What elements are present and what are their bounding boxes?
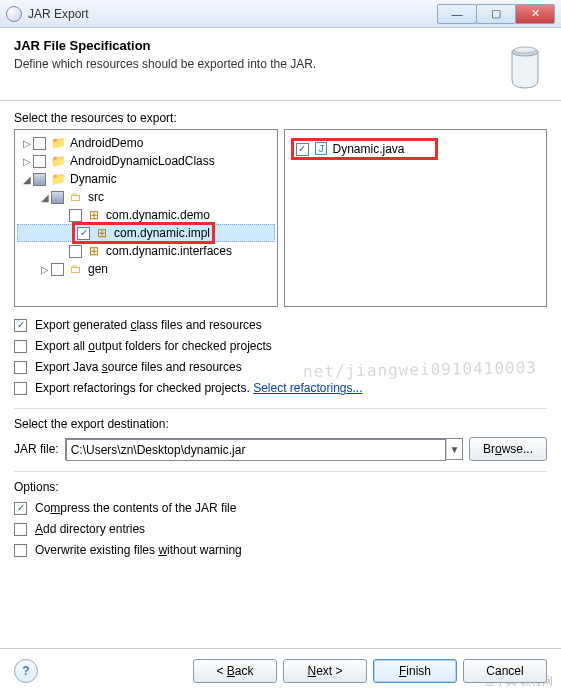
maximize-button[interactable]: ▢ (476, 4, 516, 24)
export-option[interactable]: Export refactorings for checked projects… (14, 378, 547, 398)
project-tree[interactable]: ▷📁AndroidDemo▷📁AndroidDynamicLoadClass◢📁… (14, 129, 278, 307)
project-icon: 📁 (50, 136, 66, 150)
expand-arrow-icon[interactable]: ▷ (21, 156, 33, 167)
svg-point-2 (514, 47, 536, 53)
file-label: Dynamic.java (333, 142, 405, 156)
export-option[interactable]: Export Java source files and resources (14, 357, 547, 377)
minimize-button[interactable]: — (437, 4, 477, 24)
page-subtitle: Define which resources should be exporte… (14, 57, 495, 71)
checkbox[interactable] (51, 191, 64, 204)
tree-row[interactable]: ▷📁AndroidDemo (15, 134, 277, 152)
package-icon: ⊞ (86, 208, 102, 222)
dialog-header: JAR File Specification Define which reso… (0, 28, 561, 101)
help-button[interactable]: ? (14, 659, 38, 683)
tree-row[interactable]: ◢🗀src (15, 188, 277, 206)
checkbox[interactable] (69, 245, 82, 258)
back-button[interactable]: < Back (193, 659, 277, 683)
checkbox[interactable]: ✓ (296, 143, 309, 156)
tree-label: AndroidDemo (70, 136, 143, 150)
checkbox[interactable] (14, 544, 27, 557)
tree-row[interactable]: ▷🗀gen (15, 260, 277, 278)
jar-file-input[interactable] (66, 439, 446, 461)
window-title: JAR Export (28, 6, 438, 21)
jar-icon (495, 38, 547, 90)
jar-file-combo[interactable]: ▼ (65, 438, 463, 460)
finish-button[interactable]: Finish (373, 659, 457, 683)
chevron-down-icon[interactable]: ▼ (446, 439, 462, 461)
highlight-box: ✓🄹Dynamic.java (291, 138, 438, 160)
expand-arrow-icon[interactable]: ◢ (39, 192, 51, 203)
window-titlebar: JAR Export — ▢ ✕ (0, 0, 561, 28)
option-label: Export generated class files and resourc… (35, 318, 262, 332)
checkbox[interactable] (51, 263, 64, 276)
option-label: Add directory entries (35, 522, 145, 536)
tree-label: gen (88, 262, 108, 276)
tree-label: AndroidDynamicLoadClass (70, 154, 215, 168)
option-label: Export all output folders for checked pr… (35, 339, 272, 353)
export-option[interactable]: ✓Export generated class files and resour… (14, 315, 547, 335)
tree-label: com.dynamic.demo (106, 208, 210, 222)
checkbox[interactable] (33, 137, 46, 150)
expand-arrow-icon[interactable]: ◢ (21, 174, 33, 185)
expand-arrow-icon[interactable]: ▷ (39, 264, 51, 275)
checkbox[interactable] (14, 523, 27, 536)
option-label: Export refactorings for checked projects… (35, 381, 363, 395)
checkbox[interactable] (33, 155, 46, 168)
destination-section-label: Select the export destination: (14, 417, 547, 431)
jar-file-label: JAR file: (14, 442, 59, 456)
tree-label: Dynamic (70, 172, 117, 186)
checkbox[interactable] (69, 209, 82, 222)
tree-label: src (88, 190, 104, 204)
checkbox[interactable] (14, 361, 27, 374)
highlight-box: ✓⊞com.dynamic.impl (72, 222, 215, 244)
next-button[interactable]: Next > (283, 659, 367, 683)
browse-button[interactable]: Browse... (469, 437, 547, 461)
java-file-icon: 🄹 (313, 142, 329, 156)
option-label: Compress the contents of the JAR file (35, 501, 236, 515)
package-icon: ⊞ (86, 244, 102, 258)
tree-row[interactable]: ✓⊞com.dynamic.impl (17, 224, 275, 242)
resources-label: Select the resources to export: (14, 111, 547, 125)
tree-row[interactable]: ⊞com.dynamic.interfaces (15, 242, 277, 260)
close-button[interactable]: ✕ (515, 4, 555, 24)
tree-label: com.dynamic.interfaces (106, 244, 232, 258)
app-icon (6, 6, 22, 22)
checkbox[interactable]: ✓ (14, 502, 27, 515)
wizard-footer: ? < Back Next > Finish Cancel (0, 648, 561, 693)
folder-icon: 🗀 (68, 262, 84, 276)
cancel-button[interactable]: Cancel (463, 659, 547, 683)
checkbox[interactable]: ✓ (77, 227, 90, 240)
tree-row[interactable]: ◢📁Dynamic (15, 170, 277, 188)
file-list[interactable]: ✓🄹Dynamic.java (284, 129, 548, 307)
package-icon: ⊞ (94, 226, 110, 240)
checkbox[interactable]: ✓ (14, 319, 27, 332)
checkbox[interactable] (14, 340, 27, 353)
project-icon: 📁 (50, 172, 66, 186)
jar-option[interactable]: Add directory entries (14, 519, 547, 539)
file-row[interactable]: ✓🄹Dynamic.java (285, 140, 547, 158)
project-icon: 📁 (50, 154, 66, 168)
expand-arrow-icon[interactable]: ▷ (21, 138, 33, 149)
select-refactorings-link[interactable]: Select refactorings... (253, 381, 362, 395)
tree-row[interactable]: ▷📁AndroidDynamicLoadClass (15, 152, 277, 170)
checkbox[interactable] (14, 382, 27, 395)
option-label: Overwrite existing files without warning (35, 543, 242, 557)
options-section-label: Options: (14, 480, 547, 494)
jar-option[interactable]: Overwrite existing files without warning (14, 540, 547, 560)
page-title: JAR File Specification (14, 38, 495, 53)
option-label: Export Java source files and resources (35, 360, 242, 374)
tree-label: com.dynamic.impl (114, 226, 210, 240)
folder-icon: 🗀 (68, 190, 84, 204)
export-option[interactable]: Export all output folders for checked pr… (14, 336, 547, 356)
jar-option[interactable]: ✓Compress the contents of the JAR file (14, 498, 547, 518)
checkbox[interactable] (33, 173, 46, 186)
